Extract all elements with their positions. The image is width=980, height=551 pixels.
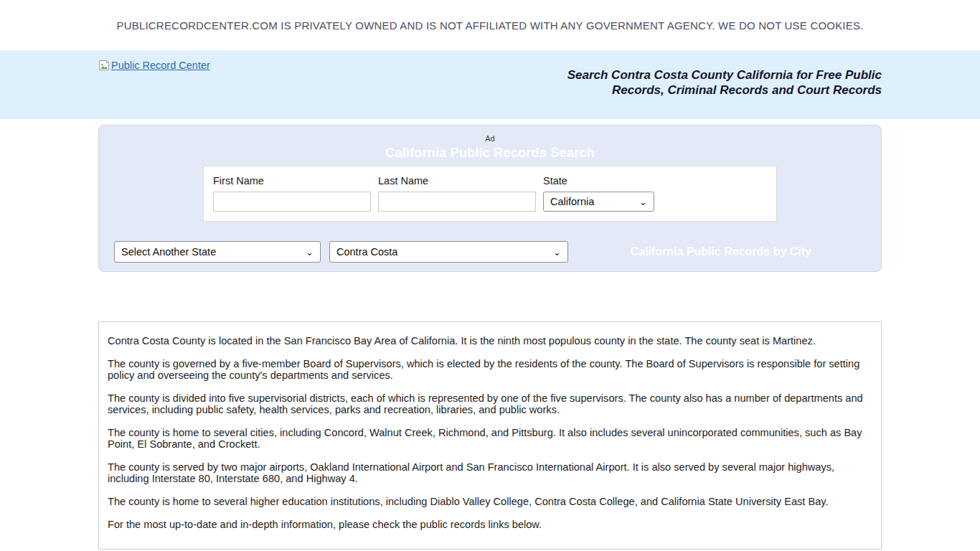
first-name-field-group: First Name [213,175,374,221]
state-select[interactable]: California ⌄ [543,192,654,212]
county-paragraph: The county is served by two major airpor… [108,461,872,484]
last-name-input[interactable] [378,192,536,212]
chevron-down-icon: ⌄ [306,248,314,257]
logo-link[interactable]: Public Record Center [98,59,210,72]
search-panel: Ad California Public Records Search Firs… [98,125,882,272]
header: Public Record Center Search Contra Costa… [0,50,980,119]
search-panel-title: California Public Records Search [99,145,881,161]
state-field-group: State California ⌄ [543,175,705,221]
state-label: State [543,175,705,187]
first-name-input[interactable] [213,192,371,212]
county-info-box: Contra Costa County is located in the Sa… [98,321,882,550]
county-paragraph: The county is divided into five supervis… [108,392,872,415]
county-paragraph: The county is home to several cities, in… [108,427,872,450]
search-form: First Name Last Name State California ⌄ [203,166,777,222]
disclaimer-bar: PUBLICRECORDCENTER.COM IS PRIVATELY OWNE… [0,0,980,50]
county-paragraph: For the most up-to-date and in-depth inf… [108,519,872,530]
header-tagline: Search Contra Costa County California fo… [552,59,882,98]
county-paragraph: The county is home to several higher edu… [108,496,872,507]
another-state-select-value: Select Another State [121,246,216,258]
county-select[interactable]: Contra Costa ⌄ [329,241,568,263]
ad-label: Ad [99,126,881,143]
records-by-city-link[interactable]: California Public Records by City [631,245,812,258]
disclaimer-text: PUBLICRECORDCENTER.COM IS PRIVATELY OWNE… [116,19,863,32]
chevron-down-icon: ⌄ [553,248,561,257]
header-inner: Public Record Center Search Contra Costa… [98,50,882,98]
county-paragraph: Contra Costa County is located in the Sa… [108,335,872,347]
another-state-select[interactable]: Select Another State ⌄ [114,241,321,263]
last-name-label: Last Name [378,175,540,187]
first-name-label: First Name [213,175,374,187]
county-select-value: Contra Costa [336,246,397,258]
selects-row: Select Another State ⌄ Contra Costa ⌄ Ca… [114,241,881,263]
last-name-field-group: Last Name [378,175,540,221]
state-select-value: California [550,196,594,207]
county-paragraph: The county is governed by a five-member … [108,358,872,381]
chevron-down-icon: ⌄ [639,197,647,207]
broken-image-icon [98,60,110,71]
logo-alt-text: Public Record Center [111,60,210,71]
